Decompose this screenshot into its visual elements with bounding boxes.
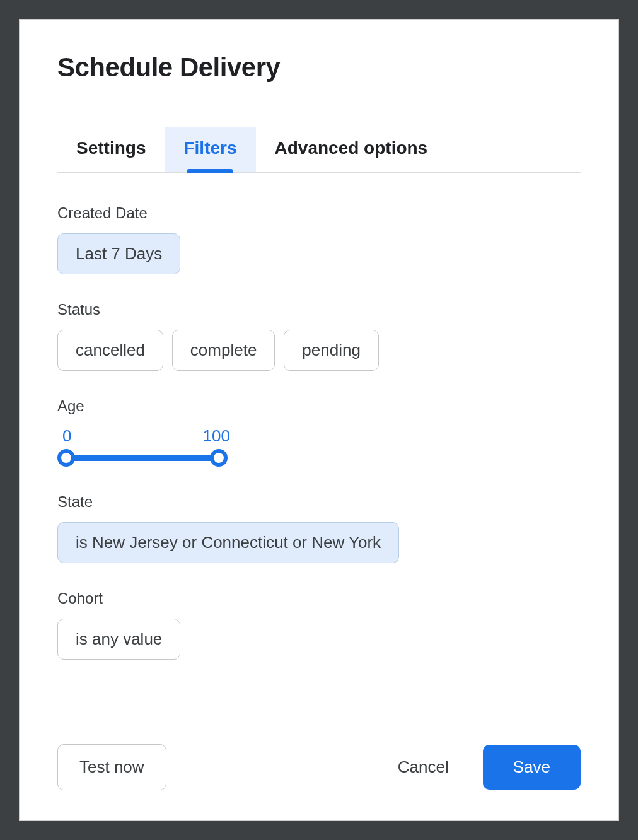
chip-row: is New Jersey or Connecticut or New York <box>57 522 581 563</box>
modal-title: Schedule Delivery <box>57 52 581 83</box>
slider-value-labels: 0 100 <box>57 426 228 446</box>
filter-label-age: Age <box>57 397 581 415</box>
tab-advanced-options[interactable]: Advanced options <box>256 127 447 172</box>
chip-row: cancelled complete pending <box>57 330 581 371</box>
filter-label-cohort: Cohort <box>57 590 581 607</box>
chip-row: Last 7 Days <box>57 233 581 274</box>
chip-row: is any value <box>57 619 581 660</box>
slider-min-label: 0 <box>62 426 71 446</box>
filter-created-date: Created Date Last 7 Days <box>57 204 581 274</box>
chip-state-value[interactable]: is New Jersey or Connecticut or New York <box>57 522 399 563</box>
filter-label-status: Status <box>57 301 581 318</box>
test-now-button[interactable]: Test now <box>57 744 166 790</box>
cancel-button[interactable]: Cancel <box>392 745 455 790</box>
slider-thumb-min[interactable] <box>57 449 75 467</box>
chip-status-cancelled[interactable]: cancelled <box>57 330 163 371</box>
chip-status-pending[interactable]: pending <box>284 330 379 371</box>
tabs: Settings Filters Advanced options <box>57 127 581 173</box>
slider-max-label: 100 <box>203 426 230 446</box>
modal-footer: Test now Cancel Save <box>57 744 581 790</box>
age-slider[interactable]: 0 100 <box>57 426 228 467</box>
chip-cohort-value[interactable]: is any value <box>57 619 180 660</box>
chip-last-7-days[interactable]: Last 7 Days <box>57 233 180 274</box>
filter-status: Status cancelled complete pending <box>57 301 581 371</box>
filter-cohort: Cohort is any value <box>57 590 581 660</box>
filter-age: Age 0 100 <box>57 397 581 467</box>
tab-settings[interactable]: Settings <box>57 127 165 172</box>
schedule-delivery-modal: Schedule Delivery Settings Filters Advan… <box>19 19 619 821</box>
filter-label-state: State <box>57 493 581 511</box>
slider-bar <box>66 455 219 461</box>
slider-thumb-max[interactable] <box>210 449 228 467</box>
filter-label-created-date: Created Date <box>57 204 581 222</box>
save-button[interactable]: Save <box>483 745 581 790</box>
filter-state: State is New Jersey or Connecticut or Ne… <box>57 493 581 563</box>
tab-filters[interactable]: Filters <box>165 127 255 172</box>
slider-track[interactable] <box>57 449 228 467</box>
chip-status-complete[interactable]: complete <box>172 330 276 371</box>
